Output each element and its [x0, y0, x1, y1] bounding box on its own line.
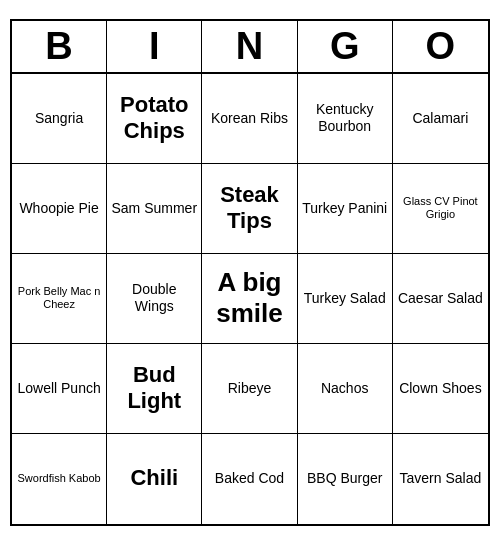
- header-n: N: [202, 21, 297, 72]
- bingo-cell-9[interactable]: Glass CV Pinot Grigio: [393, 164, 488, 254]
- bingo-cell-10[interactable]: Pork Belly Mac n Cheez: [12, 254, 107, 344]
- bingo-cell-22[interactable]: Baked Cod: [202, 434, 297, 524]
- bingo-cell-24[interactable]: Tavern Salad: [393, 434, 488, 524]
- bingo-cell-13[interactable]: Turkey Salad: [298, 254, 393, 344]
- bingo-cell-17[interactable]: Ribeye: [202, 344, 297, 434]
- bingo-cell-2[interactable]: Korean Ribs: [202, 74, 297, 164]
- bingo-cell-6[interactable]: Sam Summer: [107, 164, 202, 254]
- bingo-cell-23[interactable]: BBQ Burger: [298, 434, 393, 524]
- bingo-cell-16[interactable]: Bud Light: [107, 344, 202, 434]
- header-b: B: [12, 21, 107, 72]
- bingo-grid: SangriaPotato ChipsKorean RibsKentucky B…: [12, 74, 488, 524]
- header-o: O: [393, 21, 488, 72]
- bingo-cell-21[interactable]: Chili: [107, 434, 202, 524]
- bingo-cell-18[interactable]: Nachos: [298, 344, 393, 434]
- bingo-cell-1[interactable]: Potato Chips: [107, 74, 202, 164]
- bingo-cell-12[interactable]: A big smile: [202, 254, 297, 344]
- bingo-card: B I N G O SangriaPotato ChipsKorean Ribs…: [10, 19, 490, 526]
- bingo-cell-19[interactable]: Clown Shoes: [393, 344, 488, 434]
- bingo-cell-15[interactable]: Lowell Punch: [12, 344, 107, 434]
- header-i: I: [107, 21, 202, 72]
- bingo-cell-4[interactable]: Calamari: [393, 74, 488, 164]
- bingo-cell-3[interactable]: Kentucky Bourbon: [298, 74, 393, 164]
- bingo-cell-11[interactable]: Double Wings: [107, 254, 202, 344]
- bingo-cell-5[interactable]: Whoopie Pie: [12, 164, 107, 254]
- bingo-cell-14[interactable]: Caesar Salad: [393, 254, 488, 344]
- header-g: G: [298, 21, 393, 72]
- bingo-header: B I N G O: [12, 21, 488, 74]
- bingo-cell-8[interactable]: Turkey Panini: [298, 164, 393, 254]
- bingo-cell-0[interactable]: Sangria: [12, 74, 107, 164]
- bingo-cell-7[interactable]: Steak Tips: [202, 164, 297, 254]
- bingo-cell-20[interactable]: Swordfish Kabob: [12, 434, 107, 524]
